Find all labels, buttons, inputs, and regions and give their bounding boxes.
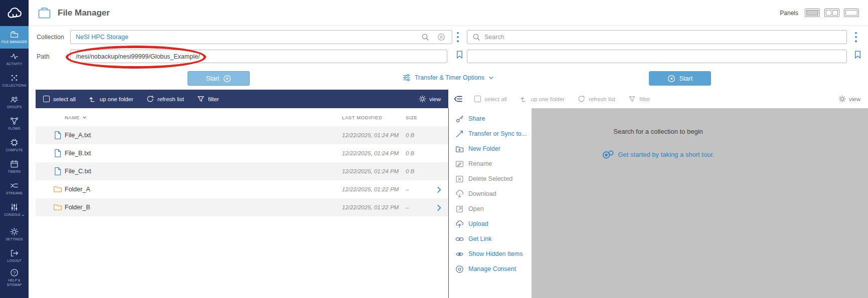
bookmark-icon[interactable] xyxy=(455,49,464,60)
select-all-control-disabled: select all xyxy=(474,96,507,102)
sort-by-name[interactable]: NAME xyxy=(65,115,342,120)
open-folder-chevron-icon[interactable] xyxy=(435,186,448,193)
file-list-header: NAME LAST MODIFIED SIZE xyxy=(36,108,448,126)
file-row[interactable]: File_C.txt 12/22/2025, 01:24 PM 0 B xyxy=(36,162,448,180)
sidebar-item-help-sitemap[interactable]: ? HELP & SITEMAP xyxy=(0,267,29,288)
menu-item-upload[interactable]: Upload xyxy=(449,216,532,231)
file-name: Folder_B xyxy=(65,204,342,211)
menu-item-share[interactable]: Share xyxy=(449,111,532,126)
file-modified: 12/22/2025, 01:24 PM xyxy=(342,150,406,156)
destination-menu-kebab-icon[interactable] xyxy=(852,31,859,43)
sidebar-item-label: HELP & SITEMAP xyxy=(1,278,28,286)
sidebar-item-compute[interactable]: COMPUTE xyxy=(0,135,29,156)
filter-label: filter xyxy=(639,96,650,102)
menu-item-download[interactable]: Download xyxy=(449,186,532,201)
file-manager-title-icon xyxy=(38,6,51,20)
globus-logo[interactable] xyxy=(0,0,29,26)
menu-item-label: Open xyxy=(468,205,484,212)
open-folder-chevron-icon[interactable] xyxy=(435,204,448,211)
filter-label: filter xyxy=(208,96,219,102)
menu-item-label: Manage Consent xyxy=(468,265,516,272)
panels-full-button[interactable] xyxy=(844,9,859,17)
sort-chevron-icon xyxy=(82,115,87,120)
collection-menu-kebab-icon[interactable] xyxy=(454,31,461,43)
view-control[interactable]: view xyxy=(419,95,441,103)
path-input[interactable] xyxy=(70,50,447,63)
view-control[interactable]: view xyxy=(838,95,860,103)
file-size: 0 B xyxy=(406,168,435,174)
file-size: – xyxy=(406,204,435,210)
sidebar-item-settings[interactable]: SETTINGS xyxy=(0,224,29,245)
view-label: view xyxy=(849,96,860,102)
manage-consent-icon xyxy=(455,265,464,273)
globus-cloud-icon xyxy=(7,5,23,21)
sidebar-item-timers[interactable]: TIMERS xyxy=(0,156,29,178)
destination-empty-panel xyxy=(532,108,868,298)
sidebar-item-flows[interactable]: FLOWS xyxy=(0,113,29,135)
up-one-folder-label: up one folder xyxy=(531,96,565,102)
menu-item-label: Show Hidden Items xyxy=(468,250,523,257)
menu-item-show-hidden-items[interactable]: Show Hidden Items xyxy=(449,246,532,261)
file-row[interactable]: Folder_B 12/22/2025, 01:22 PM – xyxy=(36,198,448,216)
rename-icon xyxy=(455,160,464,168)
menu-item-label: Rename xyxy=(468,160,492,167)
select-all-label: select all xyxy=(484,96,507,102)
flows-icon xyxy=(10,117,19,125)
panels-single-button[interactable] xyxy=(805,9,820,17)
sidebar-item-console[interactable]: CONSOLE xyxy=(0,199,29,221)
sidebar: FILE MANAGER ACTIVITY COLLECTIONS GROUPS xyxy=(0,0,29,298)
menu-item-manage-consent[interactable]: Manage Consent xyxy=(449,261,532,276)
modified-column-header: LAST MODIFIED xyxy=(342,115,406,120)
filter-control[interactable]: filter xyxy=(197,95,219,103)
sidebar-item-logout[interactable]: LOGOUT xyxy=(0,245,29,267)
file-icon xyxy=(53,149,62,158)
sidebar-item-groups[interactable]: GROUPS xyxy=(0,92,29,113)
refresh-list-control[interactable]: refresh list xyxy=(146,95,184,103)
file-row[interactable]: File_B.txt 12/22/2025, 01:24 PM 0 B xyxy=(36,144,448,162)
start-button-label: Start xyxy=(679,75,692,82)
select-all-control[interactable]: select all xyxy=(43,96,76,102)
sidebar-item-file-manager[interactable]: FILE MANAGER xyxy=(0,26,29,49)
start-transfer-source-button[interactable]: Start xyxy=(188,71,250,86)
tour-link[interactable]: Get started by taking a short tour. xyxy=(448,148,868,160)
file-name: Folder_A xyxy=(65,186,342,193)
destination-path-input[interactable] xyxy=(467,50,847,63)
file-modified: 12/22/2025, 01:22 PM xyxy=(342,186,406,192)
file-row[interactable]: File_A.txt 12/22/2025, 01:24 PM 0 B xyxy=(36,126,448,144)
up-one-folder-icon xyxy=(520,95,528,103)
sidebar-item-collections[interactable]: COLLECTIONS xyxy=(0,70,29,92)
sidebar-item-label: STREAMS xyxy=(6,191,23,195)
menu-item-open[interactable]: Open xyxy=(449,201,532,216)
transfer-timer-options[interactable]: Transfer & Timer Options xyxy=(403,74,494,82)
file-row[interactable]: Folder_A 12/22/2025, 01:22 PM – xyxy=(36,180,448,198)
sidebar-item-label: FLOWS xyxy=(8,127,20,131)
upload-icon xyxy=(455,220,464,228)
collapse-panel-icon[interactable] xyxy=(453,95,463,103)
sidebar-item-activity[interactable]: ACTIVITY xyxy=(0,49,29,70)
top-header: File Manager Panels xyxy=(29,0,868,26)
bookmark-icon[interactable] xyxy=(853,49,862,60)
filter-funnel-icon xyxy=(197,95,205,103)
view-label: view xyxy=(429,96,441,102)
up-one-folder-control[interactable]: up one folder xyxy=(89,95,133,103)
name-column-header: NAME xyxy=(65,115,80,120)
source-toolbar: select all up one folder refresh list fi… xyxy=(36,90,448,108)
up-one-folder-icon xyxy=(89,95,96,103)
search-icon xyxy=(421,33,429,41)
sidebar-item-label: SETTINGS xyxy=(6,237,23,241)
menu-item-get-link[interactable]: Get Link xyxy=(449,231,532,246)
sidebar-item-streams[interactable]: STREAMS xyxy=(0,178,29,199)
start-transfer-destination-button[interactable]: Start xyxy=(649,71,711,86)
file-modified: 12/22/2025, 01:24 PM xyxy=(342,132,406,138)
collection-search-input[interactable] xyxy=(467,30,847,44)
transfer-options-label: Transfer & Timer Options xyxy=(415,74,484,81)
sidebar-item-label: COMPUTE xyxy=(6,148,23,152)
select-all-checkbox[interactable] xyxy=(43,96,50,102)
file-icon xyxy=(53,167,62,176)
clear-collection-icon[interactable] xyxy=(437,33,445,41)
up-one-folder-label: up one folder xyxy=(100,96,133,102)
panels-double-button[interactable] xyxy=(824,9,839,17)
menu-item-delete-selected[interactable]: Delete Selected xyxy=(449,171,532,186)
collection-input[interactable] xyxy=(70,30,452,44)
timers-icon xyxy=(10,160,19,168)
